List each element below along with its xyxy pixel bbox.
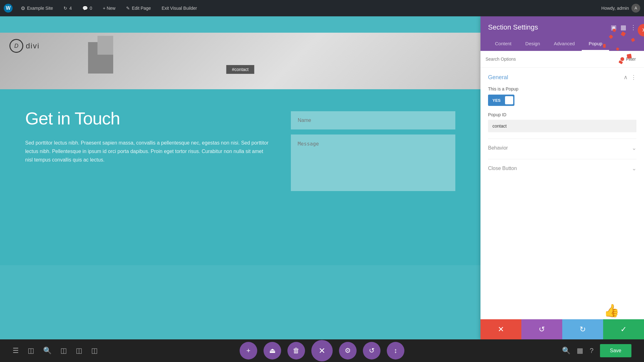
popup-toggle-switch[interactable]: YES — [488, 95, 514, 106]
panel-header-top: Section Settings ▣ ▦ ⋮ — [488, 23, 636, 31]
panel-action-bar: ✕ ↺ ↻ ✓ — [480, 319, 644, 339]
close-builder-button[interactable]: ✕ — [311, 340, 333, 361]
undo-button[interactable]: ↺ — [521, 319, 562, 339]
builder-pages-icon[interactable]: ◫ — [28, 347, 34, 355]
name-input[interactable] — [291, 111, 455, 129]
confirm-button[interactable]: ✓ — [603, 319, 644, 339]
search-options-input[interactable] — [486, 57, 614, 62]
settings-panel: Section Settings ▣ ▦ ⋮ Content Design Ad… — [480, 16, 644, 339]
admin-edit-page[interactable]: ✎ Edit Page — [124, 4, 153, 12]
close-button-title: Close Button — [488, 166, 517, 171]
builder-tablet-icon[interactable]: ◫ — [76, 347, 82, 355]
search-filter-row: Filter — [480, 51, 644, 68]
close-button-section: Close Button ⌄ — [488, 159, 636, 176]
help-icon[interactable]: ? — [590, 347, 593, 355]
edit-icon: ✎ — [126, 6, 130, 11]
divi-brand-name: divi — [26, 41, 40, 50]
save-button[interactable]: Save — [600, 344, 631, 357]
trash-button[interactable]: 🗑 — [287, 342, 305, 359]
contact-form — [291, 108, 455, 246]
main-area: D divi #contact Get in Touch Sed porttit… — [0, 16, 644, 339]
portability-button[interactable]: ⏏ — [264, 342, 281, 359]
contact-anchor-label: #contact — [226, 65, 254, 74]
admin-bar-right: Howdy, admin A — [601, 4, 640, 13]
behavior-section: Behavior ⌄ — [488, 139, 636, 156]
history-button[interactable]: ↺ — [363, 342, 380, 359]
redo-button[interactable]: ↻ — [562, 319, 603, 339]
filter-dot-icon — [620, 57, 624, 61]
contact-title: Get in Touch — [25, 108, 272, 129]
contact-section: Get in Touch Sed porttitor lectus nibh. … — [0, 89, 480, 265]
toggle-yes-label: YES — [488, 95, 505, 106]
builder-desktop-icon[interactable]: ◫ — [60, 347, 67, 355]
contact-body-text: Sed porttitor lectus nibh. Praesent sapi… — [25, 139, 272, 164]
scroll-button[interactable]: ↕ — [387, 342, 404, 359]
panel-title: Section Settings — [488, 23, 538, 31]
hero-image-area — [0, 33, 480, 89]
popup-id-label: Popup ID — [488, 112, 636, 117]
popup-toggle-row: This is a Popup YES — [488, 86, 636, 106]
divi-logo[interactable]: D divi — [0, 33, 49, 59]
comments-icon: 💬 — [82, 6, 88, 11]
admin-comments[interactable]: 💬 0 — [80, 4, 95, 12]
message-input[interactable] — [291, 134, 455, 191]
site-icon: ⚙ — [21, 5, 25, 11]
updates-icon: ↻ — [64, 6, 67, 11]
admin-new[interactable]: + New — [100, 4, 118, 12]
builder-center-controls: + ⏏ 🗑 ✕ ⚙ ↺ ↕ — [240, 340, 404, 361]
tab-design[interactable]: Design — [519, 37, 547, 51]
tab-content[interactable]: Content — [488, 37, 519, 51]
behavior-header[interactable]: Behavior ⌄ — [488, 145, 636, 156]
panel-header: Section Settings ▣ ▦ ⋮ Content Design Ad… — [480, 16, 644, 51]
behavior-chevron-icon: ⌄ — [632, 145, 636, 151]
settings-button[interactable]: ⚙ — [339, 342, 357, 359]
builder-mobile-icon[interactable]: ◫ — [91, 347, 98, 355]
panel-tabs: Content Design Advanced Popup — [488, 37, 636, 51]
panel-header-icons: ▣ ▦ ⋮ — [611, 24, 636, 31]
tab-advanced[interactable]: Advanced — [547, 37, 582, 51]
panel-body: General ∧ ⋮ This is a Popup YES Popup I — [480, 68, 644, 319]
close-button-chevron-icon: ⌄ — [632, 165, 636, 172]
general-title: General — [488, 74, 508, 81]
grid-icon[interactable]: ▦ — [620, 24, 626, 31]
close-button-header[interactable]: Close Button ⌄ — [488, 165, 636, 176]
page-canvas: D divi #contact Get in Touch Sed porttit… — [0, 16, 480, 339]
builder-search-icon[interactable]: 🔍 — [43, 347, 52, 355]
builder-menu-icon[interactable]: ☰ — [13, 347, 19, 355]
behavior-title: Behavior — [488, 145, 508, 151]
general-section-header: General ∧ ⋮ — [488, 74, 636, 81]
popup-id-input[interactable] — [488, 120, 636, 132]
admin-exit-builder[interactable]: Exit Visual Builder — [159, 4, 200, 12]
admin-bar: W ⚙ Example Site ↻ 4 💬 0 + New ✎ Edit Pa… — [0, 0, 644, 16]
collapse-icon[interactable]: ∧ — [624, 74, 628, 81]
fullscreen-icon[interactable]: ▣ — [611, 24, 617, 31]
builder-right-controls: 🔍 ▦ ? Save — [562, 344, 631, 357]
toggle-handle — [505, 96, 513, 104]
more-options-icon[interactable]: ⋮ — [630, 24, 636, 31]
greeting-text: Howdy, admin — [601, 6, 629, 11]
add-module-button[interactable]: + — [240, 342, 257, 359]
section-header-icons: ∧ ⋮ — [624, 74, 636, 81]
zoom-icon[interactable]: 🔍 — [562, 347, 570, 355]
admin-site-name[interactable]: ⚙ Example Site — [18, 4, 55, 13]
admin-avatar[interactable]: A — [631, 4, 640, 13]
builder-left-controls: ☰ ◫ 🔍 ◫ ◫ ◫ — [13, 347, 98, 355]
filter-button[interactable]: Filter — [617, 55, 639, 63]
wp-logo-icon[interactable]: W — [4, 4, 13, 13]
contact-left: Get in Touch Sed porttitor lectus nibh. … — [25, 108, 272, 246]
popup-id-row: Popup ID — [488, 112, 636, 132]
admin-updates[interactable]: ↻ 4 — [61, 4, 74, 12]
section-more-icon[interactable]: ⋮ — [631, 74, 636, 81]
cancel-button[interactable]: ✕ — [480, 319, 521, 339]
tab-popup[interactable]: Popup — [582, 37, 609, 51]
popup-toggle-label: This is a Popup — [488, 86, 636, 91]
layers-icon[interactable]: ▦ — [577, 347, 583, 355]
divi-circle-icon: D — [9, 39, 23, 53]
builder-bar: ☰ ◫ 🔍 ◫ ◫ ◫ + ⏏ 🗑 ✕ ⚙ ↺ ↕ 🔍 ▦ ? Save — [0, 339, 644, 362]
